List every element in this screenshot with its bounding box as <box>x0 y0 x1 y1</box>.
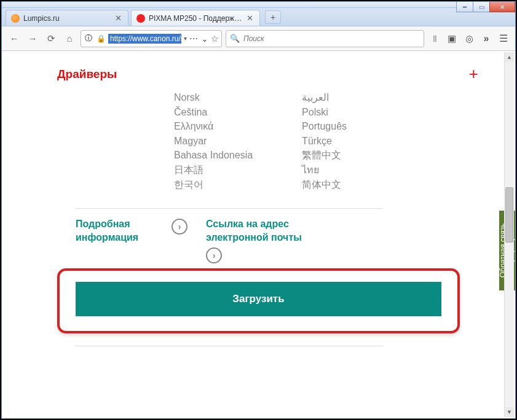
page-content: Драйверы + Norsk Čeština Ελληνικά Magyar… <box>2 51 515 418</box>
menu-icon[interactable]: ☰ <box>497 32 510 45</box>
tab-label: Lumpics.ru <box>23 14 111 23</box>
favicon-lumpics <box>11 14 20 23</box>
bookmark-star-icon[interactable]: ☆ <box>211 34 219 44</box>
language-option[interactable]: Magyar <box>174 134 253 148</box>
lock-icon: 🔒 <box>96 34 106 44</box>
titlebar: ━ ▭ ✕ <box>2 2 515 8</box>
library-icon[interactable]: ⫴ <box>428 32 441 45</box>
overflow-icon[interactable]: » <box>480 32 493 45</box>
close-window-button[interactable]: ✕ <box>489 1 515 12</box>
divider <box>76 346 383 346</box>
language-list: Norsk Čeština Ελληνικά Magyar Bahasa Ind… <box>26 91 491 200</box>
language-option[interactable]: Bahasa Indonesia <box>174 149 253 162</box>
chevron-right-icon: › <box>172 219 187 235</box>
email-link-label: Ссылка на адрес электронной почты <box>206 217 317 244</box>
language-option[interactable]: Ελληνικά <box>174 120 253 133</box>
links-row: Подробная информация › Ссылка на адрес э… <box>26 217 491 263</box>
vertical-scrollbar[interactable]: ▲ ▼ <box>504 52 514 417</box>
tabstrip: Lumpics.ru ✕ PIXMA MP250 - Поддержка - З… <box>2 8 515 26</box>
tab-label: PIXMA MP250 - Поддержка - З <box>149 14 243 23</box>
search-bar[interactable]: 🔍 <box>226 30 424 47</box>
scroll-down-arrow[interactable]: ▼ <box>505 407 514 417</box>
tab-canon[interactable]: PIXMA MP250 - Поддержка - З ✕ <box>131 10 260 26</box>
site-info-icon[interactable]: ⓘ <box>84 34 93 44</box>
favicon-canon <box>136 14 145 23</box>
more-info-link[interactable]: Подробная информация › <box>76 217 187 244</box>
back-button[interactable]: ← <box>7 31 22 46</box>
language-option[interactable]: 日本語 <box>174 163 253 177</box>
language-option[interactable]: Polski <box>302 106 347 119</box>
expand-plus-icon[interactable]: + <box>469 64 478 84</box>
tab-lumpics[interactable]: Lumpics.ru ✕ <box>6 10 128 26</box>
drivers-title: Драйверы <box>57 68 117 81</box>
language-option[interactable]: Português <box>302 120 347 133</box>
language-option[interactable]: Čeština <box>174 106 253 119</box>
more-info-label: Подробная информация <box>76 217 168 244</box>
download-button-label: Загрузить <box>232 293 284 305</box>
reload-button[interactable]: ⟳ <box>44 31 58 46</box>
page-actions-icon[interactable]: ⋯ <box>189 34 199 44</box>
pocket-icon[interactable]: ⌄ <box>201 34 208 44</box>
maximize-button[interactable]: ▭ <box>473 1 490 12</box>
language-column-1: Norsk Čeština Ελληνικά Magyar Bahasa Ind… <box>174 91 253 191</box>
email-link[interactable]: Ссылка на адрес электронной почты › <box>206 217 317 263</box>
search-input[interactable] <box>243 34 420 43</box>
download-button[interactable]: Загрузить <box>76 282 441 316</box>
language-option[interactable]: العربية <box>302 91 347 104</box>
drivers-header: Драйверы + <box>26 51 491 91</box>
scroll-up-arrow[interactable]: ▲ <box>505 52 514 62</box>
language-option[interactable]: 简体中文 <box>302 178 347 192</box>
divider <box>76 208 383 209</box>
language-option[interactable]: Türkçe <box>302 134 347 148</box>
home-button[interactable]: ⌂ <box>62 31 77 46</box>
toolbar: ← → ⟳ ⌂ ⓘ 🔒 https://www.canon.ru/sup ▾ ⋯… <box>2 26 515 51</box>
language-option[interactable]: 한국어 <box>174 178 253 192</box>
url-text[interactable]: https://www.canon.ru/sup <box>108 34 181 44</box>
new-tab-button[interactable]: + <box>265 10 281 24</box>
forward-button[interactable]: → <box>25 31 40 46</box>
search-icon: 🔍 <box>230 34 240 43</box>
close-tab-icon[interactable]: ✕ <box>115 14 122 23</box>
chevron-right-icon: › <box>206 247 222 263</box>
minimize-button[interactable]: ━ <box>456 1 473 12</box>
url-dropdown-icon[interactable]: ▾ <box>184 35 187 42</box>
addon-icon[interactable]: ◎ <box>462 32 476 45</box>
language-option[interactable]: 繁體中文 <box>302 149 347 162</box>
language-column-2: العربية Polski Português Türkçe 繁體中文 ไทย… <box>302 91 347 191</box>
close-tab-icon[interactable]: ✕ <box>247 14 253 23</box>
language-option[interactable]: ไทย <box>302 163 347 177</box>
language-option[interactable]: Norsk <box>174 91 253 104</box>
highlighted-region: Загрузить <box>57 268 460 333</box>
scrollbar-thumb[interactable] <box>505 187 513 243</box>
sidebar-icon[interactable]: ▣ <box>445 32 459 45</box>
window-frame: ━ ▭ ✕ Lumpics.ru ✕ PIXMA MP250 - Поддерж… <box>0 0 517 420</box>
url-bar[interactable]: ⓘ 🔒 https://www.canon.ru/sup ▾ ⋯ ⌄ ☆ <box>81 30 222 47</box>
